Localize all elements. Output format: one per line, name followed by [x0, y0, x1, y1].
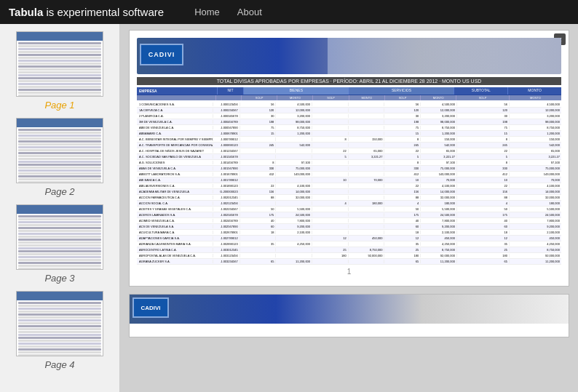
main-container: Page 1	[0, 24, 578, 392]
page-number: 1	[137, 265, 561, 279]
cadivi-logo-2: CADIVI	[132, 297, 169, 318]
sidebar-item-page1[interactable]: Page 1	[6, 31, 114, 111]
about-link[interactable]: About	[229, 2, 271, 22]
page1-thumbnail	[16, 31, 103, 97]
home-link[interactable]: Home	[186, 2, 229, 22]
brand: Tabula is experimental software	[9, 6, 164, 18]
page4-label: Page 4	[6, 359, 114, 370]
table-body: 1 COMUNICACIONES S.A. J-000123456 56 4,5…	[137, 102, 561, 265]
page1-label: Page 1	[6, 100, 114, 111]
doc-title-bar: TOTAL DIVISAS APROBADAS POR EMPRESAS · P…	[137, 77, 561, 85]
sidebar-item-page4[interactable]: Page 4	[6, 291, 114, 370]
nav-links: Home About	[186, 2, 271, 22]
document-viewer-2: CADIVI	[129, 294, 569, 337]
doc-content: CADIVI TOTAL DIVISAS APROBADAS POR EMPRE…	[137, 38, 561, 279]
doc2-header: CADIVI	[130, 295, 569, 324]
sidebar-item-page3[interactable]: Page 3	[6, 204, 114, 284]
page4-thumbnail	[16, 291, 103, 356]
page2-thumbnail	[16, 118, 103, 183]
navbar: Tabula is experimental software Home Abo…	[0, 0, 578, 24]
page3-thumbnail	[16, 204, 103, 270]
doc-header: CADIVI	[137, 38, 561, 74]
sidebar: Page 1	[0, 24, 120, 392]
content-area[interactable]: × CADIVI TOTAL DIVISAS APROBADAS POR EMP…	[120, 24, 578, 392]
page3-label: Page 3	[6, 273, 114, 284]
sidebar-item-page2[interactable]: Page 2	[6, 118, 114, 197]
document-viewer-1: × CADIVI TOTAL DIVISAS APROBADAS POR EMP…	[129, 30, 569, 287]
cadivi-logo: CADIVI	[140, 44, 183, 65]
header-image	[328, 38, 561, 74]
page2-label: Page 2	[6, 186, 114, 197]
